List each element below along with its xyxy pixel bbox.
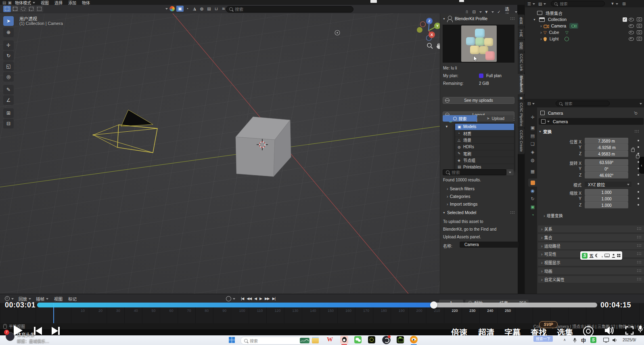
location-z-field[interactable]: 4.9583 m xyxy=(585,151,628,157)
search-highlight-image[interactable] xyxy=(300,338,309,343)
sidebar-tab-ccic-link[interactable]: CC/iC Link xyxy=(518,52,525,74)
chevron-right-icon[interactable]: › xyxy=(540,23,542,28)
sidebar-tab-ccic-pipeline[interactable]: CC/iC Pipeline xyxy=(518,101,525,128)
stamp-icon[interactable]: ▤ xyxy=(205,6,213,12)
video-progress-knob[interactable] xyxy=(430,301,437,309)
select-mode-extra[interactable] xyxy=(36,6,43,12)
tab-physics[interactable]: ↻ xyxy=(528,195,537,203)
selected-model-header[interactable]: ▼ Selected Model xyxy=(443,210,515,215)
zoom-icon[interactable] xyxy=(426,42,434,50)
sogou-logo-icon[interactable]: S xyxy=(582,253,588,259)
fullscreen-icon[interactable] xyxy=(625,326,634,335)
blenderkit-profile-header[interactable]: ▼ BlenderKit Profile xyxy=(440,15,518,23)
chevron-right-icon[interactable]: › xyxy=(540,36,542,41)
outliner-row-camera[interactable]: › Camera xyxy=(525,23,644,29)
asset-type-scenes[interactable]: △场景 xyxy=(455,137,514,144)
location-y-field[interactable]: -6.9258 m xyxy=(585,144,628,151)
section-search-filters[interactable]: ›Search filters xyxy=(447,186,475,191)
tray-volume-icon[interactable] xyxy=(612,338,617,343)
outliner-filter-icon[interactable]: ▼ xyxy=(611,2,614,6)
select-mode-box[interactable] xyxy=(11,6,19,12)
panel-grip[interactable] xyxy=(510,17,515,21)
tab-output[interactable]: ▤ xyxy=(528,132,537,140)
scale-x-field[interactable]: 1.000 xyxy=(585,189,628,196)
eye-icon[interactable] xyxy=(629,18,634,21)
asset-name-field[interactable]: Camera xyxy=(460,242,519,248)
panel-grip[interactable] xyxy=(510,211,515,215)
object-name-field[interactable]: Camera xyxy=(539,118,644,125)
render-visibility-icon[interactable] xyxy=(637,17,642,21)
animate-dot[interactable] xyxy=(638,146,639,148)
menu-view[interactable]: 视图 xyxy=(41,0,49,5)
chevron-down-icon[interactable] xyxy=(640,103,642,106)
target-app-icon[interactable] xyxy=(368,336,375,343)
eye-icon[interactable] xyxy=(629,37,634,41)
viewport-search-input[interactable]: 搜索 xyxy=(226,6,353,13)
section-categories[interactable]: ›Categories xyxy=(447,194,470,199)
tool-rotate[interactable]: ↻ xyxy=(3,51,14,61)
expand-icon[interactable]: ▼ xyxy=(533,18,536,21)
tab-scene[interactable]: ◈ xyxy=(528,148,537,156)
proportional-edit-icon[interactable]: ◔ xyxy=(184,6,191,12)
ime-wubi-label[interactable]: 五 xyxy=(589,252,594,259)
menu-select[interactable]: 选择 xyxy=(54,0,63,5)
file-explorer-icon[interactable] xyxy=(312,337,319,343)
select-mode-tweak[interactable] xyxy=(3,6,11,12)
sidebar-tab-ccic-create[interactable]: CC/iC Create xyxy=(518,128,525,154)
tray-date[interactable]: 2025/9/ xyxy=(623,338,636,342)
microphone-icon[interactable] xyxy=(638,325,643,333)
tool-annotate[interactable]: ✎ xyxy=(3,85,14,95)
sidebar-tab-tool[interactable]: 工具 xyxy=(518,27,525,40)
region-collapse-handle[interactable]: ‹ xyxy=(639,157,644,174)
animate-dot[interactable] xyxy=(638,204,639,206)
see-my-uploads-button[interactable]: See my uploads xyxy=(443,97,514,104)
sogou-ime-bar[interactable]: S 五 , xyxy=(580,251,622,260)
outliner-row-light[interactable]: › Light xyxy=(525,36,644,42)
sidebar-tab-item[interactable]: 条目 xyxy=(518,15,525,27)
tab-constraints[interactable]: ◉ xyxy=(528,187,537,195)
overlay-search-button[interactable]: 搜索一下 xyxy=(533,336,553,342)
shading-sphere-icon[interactable] xyxy=(169,6,175,11)
keyboard-icon[interactable] xyxy=(604,254,610,257)
tab-tool[interactable]: ✛ xyxy=(528,113,537,121)
animate-dot[interactable] xyxy=(638,198,639,199)
tool-transform[interactable]: ◎ xyxy=(3,72,14,82)
person-icon[interactable] xyxy=(612,254,615,258)
pivot-icon[interactable]: ◮ xyxy=(191,6,198,12)
blender-icon[interactable] xyxy=(410,336,418,343)
tray-sogou-icon[interactable]: S xyxy=(590,337,596,343)
tray-ime-indicator[interactable]: 中 xyxy=(581,337,586,344)
render-visibility-icon[interactable] xyxy=(637,24,642,28)
render-visibility-icon[interactable] xyxy=(637,37,642,41)
wechat-icon[interactable] xyxy=(354,336,362,343)
tool-select-box[interactable]: ➤ xyxy=(3,16,14,26)
tool-measure[interactable]: ∠ xyxy=(3,95,14,105)
outliner-row-collection[interactable]: ▼ Collection ✓ xyxy=(525,16,644,23)
sidebar-tab-addon-icon[interactable]: ▣ xyxy=(518,95,525,101)
section-collections[interactable]: ›集合 xyxy=(538,234,644,241)
rotation-y-field[interactable]: 0° xyxy=(585,166,628,172)
video-progress-bar[interactable] xyxy=(37,303,597,307)
recorder-app-icon[interactable] xyxy=(397,336,404,343)
punctuation-icon[interactable]: , xyxy=(602,253,603,258)
pin-icon[interactable]: ⚲ xyxy=(633,110,639,116)
scale-y-field[interactable]: 1.000 xyxy=(585,196,628,202)
asset-type-nodegroups[interactable]: ◈节点组 xyxy=(455,157,514,164)
transform-panel-header[interactable]: ▼ 变换 xyxy=(539,128,641,135)
rotation-z-field[interactable]: 46.692° xyxy=(585,172,628,179)
render-visibility-icon[interactable] xyxy=(637,30,642,34)
tool-add-cube[interactable]: ⊞ xyxy=(3,108,14,118)
properties-search-input[interactable]: 搜索 xyxy=(556,101,610,106)
toolbox-icon[interactable] xyxy=(617,254,621,257)
sidebar-tab-blenderkit[interactable]: BlenderKit xyxy=(518,74,525,95)
select-mode-lasso[interactable] xyxy=(27,6,35,12)
scale-z-field[interactable]: 1.000 xyxy=(585,202,628,208)
search-history-button[interactable] xyxy=(506,169,514,175)
sidebar-tab-view[interactable]: 视图 xyxy=(518,40,525,52)
tool-move[interactable]: ✛ xyxy=(3,40,14,50)
location-x-field[interactable]: 7.3589 m xyxy=(585,138,628,144)
outliner-row-scene-collection[interactable]: 场景集合 xyxy=(525,10,644,16)
outliner-row-cube[interactable]: › ▽ Cube ▽ xyxy=(525,29,644,36)
mode-dropdown[interactable]: 物体模式 xyxy=(15,0,31,5)
select-mode-circle[interactable] xyxy=(19,6,27,12)
